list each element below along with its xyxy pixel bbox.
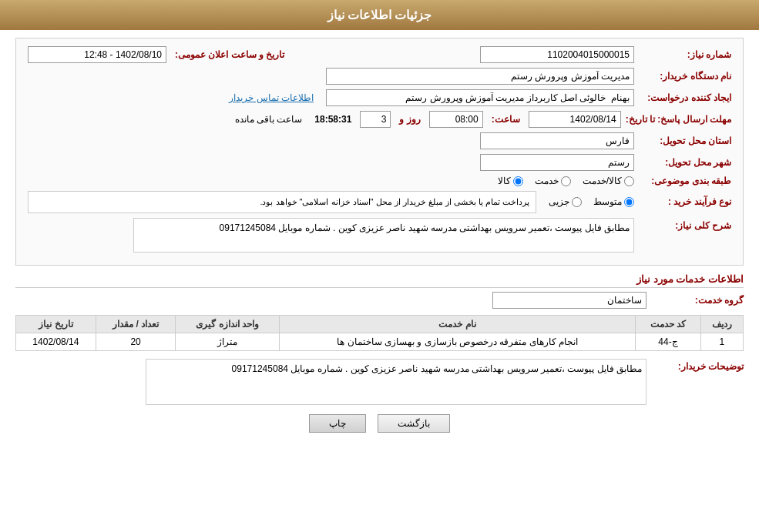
creator-input[interactable] — [326, 89, 634, 106]
province-input[interactable] — [480, 132, 634, 149]
radio-kala-khedmat-label: کالا/خدمت — [583, 176, 622, 186]
province-label: استان محل تحویل: — [639, 136, 731, 146]
row-purchase-type: نوع فرآیند خرید : متوسط جزیی پرداخت تمام… — [28, 191, 731, 213]
row-creator: ایجاد کننده درخواست: اطلاعات تماس خریدار — [28, 89, 731, 106]
announcement-date-input[interactable] — [28, 46, 166, 63]
remaining-value: 18:58:31 — [314, 114, 351, 125]
service-group-label: گروه خدمت: — [651, 295, 744, 306]
row-service-group: گروه خدمت: — [15, 292, 744, 309]
service-group-input[interactable] — [492, 292, 646, 309]
radio-kala-khedmat[interactable]: کالا/خدمت — [583, 176, 634, 186]
page-title: جزئیات اطلاعات نیاز — [327, 8, 432, 22]
announcement-date-label: تاریخ و ساعت اعلان عمومی: — [175, 49, 284, 60]
services-section-title: اطلاعات خدمات مورد نیاز — [15, 273, 744, 288]
radio-jozi[interactable]: جزیی — [549, 196, 582, 207]
row-response-deadline: مهلت ارسال پاسخ: تا تاریخ: ساعت: روز و 1… — [28, 111, 731, 128]
back-button[interactable]: بازگشت — [378, 414, 450, 433]
row-need-number: شماره نیاز: تاریخ و ساعت اعلان عمومی: — [28, 46, 731, 63]
cell-code: ج-44 — [636, 333, 700, 350]
category-label: طبقه بندی موضوعی: — [639, 176, 731, 186]
remaining-label: ساعت باقی مانده — [235, 114, 303, 125]
table-row: 1ج-44انجام کارهای متفرقه درخصوص بازسازی … — [16, 333, 744, 350]
cell-unit: متراژ — [176, 333, 279, 350]
radio-khedmat[interactable]: خدمت — [535, 176, 571, 186]
city-input[interactable] — [480, 154, 634, 171]
services-section: اطلاعات خدمات مورد نیاز گروه خدمت: ردیف … — [15, 273, 744, 405]
table-header-row: ردیف کد حدمت نام خدمت واحد اندازه گیری ت… — [16, 315, 744, 333]
contact-link[interactable]: اطلاعات تماس خریدار — [229, 92, 314, 103]
cell-name: انجام کارهای متفرقه درخصوص بازسازی و بهس… — [279, 333, 635, 350]
row-org-name: نام دستگاه خریدار: — [28, 68, 731, 85]
response-time-label: ساعت: — [492, 114, 520, 125]
response-date-input[interactable] — [529, 111, 621, 128]
days-label: روز و — [399, 114, 420, 125]
row-province: استان محل تحویل: — [28, 132, 731, 149]
category-radio-group: کالا/خدمت خدمت کالا — [498, 176, 634, 186]
creator-label: ایجاد کننده درخواست: — [639, 92, 731, 103]
row-city: شهر محل تحویل: — [28, 154, 731, 171]
response-time-input[interactable] — [429, 111, 483, 128]
col-service-name: نام خدمت — [279, 315, 635, 333]
services-table: ردیف کد حدمت نام خدمت واحد اندازه گیری ت… — [15, 315, 744, 351]
need-number-input[interactable] — [480, 46, 634, 63]
purchase-type-notice: پرداخت تمام یا بخشی از مبلغ خریدار از مح… — [28, 191, 536, 213]
radio-kala-input[interactable] — [513, 176, 523, 186]
radio-jozi-label: جزیی — [549, 196, 569, 207]
print-button[interactable]: چاپ — [309, 414, 366, 433]
page-header: جزئیات اطلاعات نیاز — [0, 0, 759, 30]
buttons-row: بازگشت چاپ — [15, 414, 744, 433]
days-input[interactable] — [360, 111, 391, 128]
col-service-code: کد حدمت — [636, 315, 700, 333]
notice-text: پرداخت تمام یا بخشی از مبلغ خریدار از مح… — [260, 197, 529, 206]
radio-kala-khedmat-input[interactable] — [624, 176, 634, 186]
purchase-type-label: نوع فرآیند خرید : — [639, 196, 731, 207]
col-date: تاریخ نیاز — [16, 315, 96, 333]
need-number-label: شماره نیاز: — [639, 49, 731, 60]
row-category: طبقه بندی موضوعی: کالا/خدمت خدمت کالا — [28, 176, 731, 186]
org-name-label: نام دستگاه خریدار: — [639, 71, 731, 82]
purchase-type-radio-group: متوسط جزیی — [549, 196, 634, 207]
radio-motavasset-input[interactable] — [624, 197, 634, 207]
cell-row: 1 — [700, 333, 743, 350]
col-unit: واحد اندازه گیری — [176, 315, 279, 333]
services-table-section: ردیف کد حدمت نام خدمت واحد اندازه گیری ت… — [15, 315, 744, 351]
buyer-description-label: توضیحات خریدار: — [651, 359, 744, 372]
org-name-input[interactable] — [326, 68, 634, 85]
row-buyer-description: توضیحات خریدار: — [15, 359, 744, 405]
response-deadline-label: مهلت ارسال پاسخ: تا تاریخ: — [626, 114, 731, 125]
main-form-section: شماره نیاز: تاریخ و ساعت اعلان عمومی: نا… — [15, 38, 744, 266]
description-label: شرح کلی نیاز: — [639, 218, 731, 231]
radio-motavasset[interactable]: متوسط — [593, 196, 634, 207]
col-quantity: تعداد / مقدار — [96, 315, 176, 333]
cell-date: 1402/08/14 — [16, 333, 96, 350]
radio-khedmat-input[interactable] — [561, 176, 571, 186]
description-textarea[interactable] — [133, 218, 634, 253]
radio-khedmat-label: خدمت — [535, 176, 559, 186]
city-label: شهر محل تحویل: — [639, 157, 731, 168]
radio-motavasset-label: متوسط — [593, 196, 622, 207]
radio-kala[interactable]: کالا — [498, 176, 523, 186]
row-description: شرح کلی نیاز: — [28, 218, 731, 253]
cell-quantity: 20 — [96, 333, 176, 350]
buyer-description-textarea[interactable] — [146, 359, 646, 405]
radio-jozi-input[interactable] — [572, 197, 582, 207]
col-row-num: ردیف — [700, 315, 743, 333]
radio-kala-label: کالا — [498, 176, 511, 186]
